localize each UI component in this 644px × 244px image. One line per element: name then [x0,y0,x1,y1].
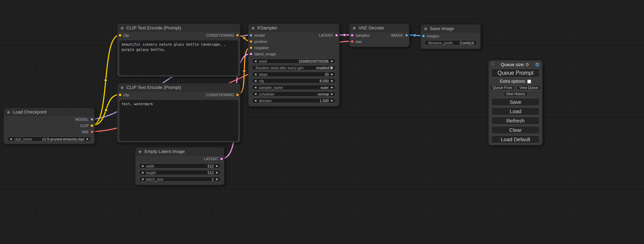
output-port-model[interactable] [90,118,94,121]
node-load-checkpoint[interactable]: Load Checkpoint MODEL CLIP VAE ◀ ckpt_na… [3,108,95,144]
input-port-samples[interactable] [351,34,354,37]
node-save-image[interactable]: Save Image images filename_prefix ComfyU… [421,24,481,49]
decrement-icon[interactable]: ◀ [141,165,143,168]
refresh-button[interactable]: Refresh [491,117,540,125]
widget-scheduler[interactable]: ◀ scheduler normal ▶ [252,91,336,97]
positive-prompt-textarea[interactable]: beautiful scenery nature glass bottle la… [120,40,238,75]
decrement-icon[interactable]: ◀ [10,138,12,141]
widget-cfg[interactable]: ◀ cfg 8.000 ▶ [252,78,336,83]
collapse-icon[interactable] [121,27,124,30]
load-default-button[interactable]: Load Default [491,135,540,143]
widget-seed-control[interactable]: Random seed after every gen enabled [252,65,336,70]
collapse-icon[interactable] [252,27,255,30]
node-clip-text-encode-negative[interactable]: CLIP Text Encode (Prompt) clip CONDITION… [117,83,240,143]
clear-button[interactable]: Clear [491,126,540,134]
increment-icon[interactable]: ▶ [216,165,218,168]
node-vae-decode[interactable]: VAE Decode samples IMAGE vae [349,24,409,47]
input-port-latent-image[interactable] [249,53,253,56]
decrement-icon[interactable]: ◀ [254,80,256,82]
output-port-latent[interactable] [335,34,338,37]
extra-options-checkbox[interactable] [527,80,531,83]
output-port-conditioning[interactable] [236,34,239,37]
seed-control-toggle-icon[interactable] [330,66,333,70]
collapse-icon[interactable] [353,27,356,30]
input-port-clip[interactable] [118,93,122,97]
slot-label-vae: VAE [81,130,89,134]
collapse-icon[interactable] [121,86,124,89]
node-title-bar[interactable]: Empty Latent Image [135,147,224,156]
decrement-icon[interactable]: ◀ [141,178,143,181]
view-history-button[interactable]: View History [503,91,528,97]
widget-steps[interactable]: ◀ steps 20 ▶ [252,72,336,77]
node-ksampler[interactable]: KSampler model LATENT positive negative … [248,24,339,107]
widget-sampler-name[interactable]: ◀ sampler_name euler ▶ [252,85,336,90]
output-port-latent[interactable] [220,157,223,161]
input-port-negative[interactable] [249,46,253,49]
wire-midpoint-samples [343,34,346,36]
collapse-icon[interactable] [7,111,10,114]
output-port-clip[interactable] [90,124,94,127]
output-port-conditioning[interactable] [236,93,239,97]
widget-width[interactable]: ◀ width 512 ▶ [139,163,221,169]
slot-label-model: MODEL [75,117,89,121]
node-title-bar[interactable]: CLIP Text Encode (Prompt) [117,83,240,92]
input-port-model[interactable] [249,34,253,37]
view-queue-button[interactable]: View Queue [517,85,541,90]
extra-options-label: Extra options [500,79,525,84]
node-title-bar[interactable]: CLIP Text Encode (Prompt) [117,24,240,32]
input-port-positive[interactable] [249,40,253,43]
increment-icon[interactable]: ▶ [331,99,333,102]
increment-icon[interactable]: ▶ [331,73,333,76]
node-title-bar[interactable]: Load Checkpoint [4,108,95,116]
drag-handle-icon[interactable]: ⠿ [491,62,494,67]
node-title-bar[interactable]: Save Image [421,25,480,33]
settings-gear-icon[interactable]: ⚙ [535,62,540,67]
collapse-icon[interactable] [424,27,427,30]
load-button[interactable]: Load [491,107,540,115]
increment-icon[interactable]: ▶ [331,93,333,96]
widget-height[interactable]: ◀ height 512 ▶ [139,170,221,175]
decrement-icon[interactable]: ◀ [254,99,256,102]
queue-front-button[interactable]: Queue Front [490,85,515,90]
decrement-icon[interactable]: ◀ [254,73,256,76]
queue-prompt-button[interactable]: Queue Prompt [491,69,540,78]
collapse-icon[interactable] [139,150,142,153]
widget-ckpt-name[interactable]: ◀ ckpt_name v1-5-pruned-emaonly.ckpt ▶ [7,136,91,142]
node-empty-latent-image[interactable]: Empty Latent Image LATENT ◀ width 512 ▶ … [135,147,224,185]
decrement-icon[interactable]: ◀ [141,171,143,174]
widget-batch-size[interactable]: ◀ batch_size 1 ▶ [139,177,221,182]
input-port-images[interactable] [422,35,425,38]
output-port-vae[interactable] [90,130,94,134]
negative-prompt-textarea[interactable]: text, watermark [120,100,238,141]
queue-panel-header: ⠿ Queue size: 0 ⚙ [489,61,542,68]
input-port-vae[interactable] [351,40,354,43]
increment-icon[interactable]: ▶ [331,86,333,89]
increment-icon[interactable]: ▶ [331,80,333,82]
node-title-bar[interactable]: VAE Decode [350,24,409,32]
output-port-image[interactable] [405,34,408,37]
input-slot-negative: negative [248,45,339,51]
decrement-icon[interactable]: ◀ [254,93,256,96]
decrement-icon[interactable]: ◀ [254,60,256,63]
slot-label-clip: CLIP [80,124,89,128]
node-graph-canvas[interactable]: Load Checkpoint MODEL CLIP VAE ◀ ckpt_na… [0,0,644,244]
node-title-bar[interactable]: KSampler [248,24,339,32]
widget-label: seed [259,59,267,63]
widget-label: sampler_name [259,85,283,90]
increment-icon[interactable]: ▶ [87,138,89,141]
wire-midpoint-clip-negative [105,109,107,111]
slot-row: model LATENT [248,32,339,38]
input-port-clip[interactable] [118,34,122,37]
increment-icon[interactable]: ▶ [216,178,218,181]
widget-value: 20 [325,72,329,76]
widget-filename-prefix[interactable]: filename_prefix ComfyUI [424,40,477,45]
increment-icon[interactable]: ▶ [331,60,333,63]
save-button[interactable]: Save [491,98,540,106]
widget-denoise[interactable]: ◀ denoise 1.000 ▶ [252,98,336,103]
decrement-icon[interactable]: ◀ [254,86,256,89]
wire-midpoint-image [413,34,416,37]
widget-label: filename_prefix [428,41,453,45]
increment-icon[interactable]: ▶ [216,171,218,174]
node-clip-text-encode-positive[interactable]: CLIP Text Encode (Prompt) clip CONDITION… [117,24,240,77]
widget-seed[interactable]: ◀ seed 156680208700286 ▶ [252,58,336,64]
